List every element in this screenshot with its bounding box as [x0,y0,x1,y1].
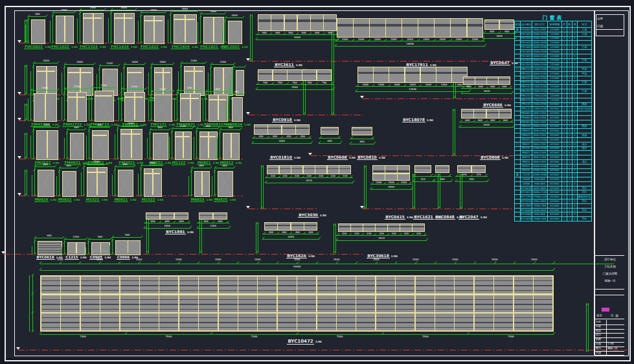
dim-post [588,303,589,352]
schedule-cell [578,49,592,54]
schedule-cell: FM0821 [521,129,532,133]
schedule-cell [578,137,592,142]
louver-cell [297,295,316,312]
dim-line-v [30,91,31,120]
schedule-cell [515,203,521,208]
dim-text: 400 [279,231,289,234]
dim-post [462,174,462,209]
schedule-cell: M0812 [521,155,532,160]
schedule-cell: 2 [572,93,578,98]
schedule-cell [515,102,521,107]
schedule-header-cell: 设计编号 [521,21,532,28]
schedule-cell: 2 [567,89,572,94]
schedule-cell: 2 [562,177,567,182]
louver-cell [41,277,60,293]
schedule-cell: 2 [567,28,572,32]
dim-total [256,40,339,40]
dim-text: 900 [325,32,335,34]
schedule-cell [515,111,521,116]
louver-cell [238,277,257,293]
louver-cell [238,313,257,330]
schedule-cell: 4 [562,71,567,76]
schedule-cell: 1 [567,58,572,63]
dim-text: 1800 [376,84,386,86]
dim-text: 1800 [492,35,507,38]
louver-cell [258,277,277,293]
schedule-cell [578,151,592,155]
louver-grid-elevation [40,275,554,332]
schedule-cell: 1500×2200 [532,168,548,173]
schedule-cell: 乙级 [578,28,592,32]
louver-cell [219,295,238,312]
strip-code-label: BYC16241:50 [262,253,339,258]
title-block-divider [594,255,624,256]
strip-pane [337,19,353,37]
schedule-cell: 12J609 [548,93,562,98]
schedule-cell [515,199,521,204]
schedule-cell: 02J603 [548,195,562,199]
schedule-cell: 1 [567,120,572,124]
dim-line-v [89,96,89,120]
schedule-row: FHC18211800×210012J609224 [515,54,592,58]
dim-text: 2000 [405,38,415,41]
schedule-cell: FMH1021 [521,71,532,76]
schedule-row: BYC179117900×110002J603112颜色同外墙 [515,195,592,199]
schedule-cell: 1500×2400 [532,36,548,41]
strip-code-label: BYC09181:50 [247,117,325,122]
louver-cell [219,277,238,293]
transom-bar [84,17,102,19]
mullion [213,17,214,42]
louver-cell [199,277,218,293]
schedule-cell: 1500×2100 [532,63,548,67]
dim-text: 2000 [372,38,383,41]
strip-pane [499,77,510,84]
schedule-cell: 2 [567,67,572,72]
dim-line-h [117,126,143,126]
schedule-cell: 丙级 [578,124,592,129]
schedule-cell: M0824 [521,159,532,164]
schedule-cell: 800×1200 [532,155,548,160]
dim-post [453,109,453,155]
schedule-cell: 800×2100 [532,129,548,133]
strip-pane [370,19,385,37]
dim-line-v [91,89,92,120]
schedule-cell: 2 [572,168,578,173]
schedule-cell: 02J603 [548,199,562,204]
schedule-cell: 3 [572,36,578,41]
schedule-cell: 2 [567,45,572,50]
strip-pane [304,223,317,230]
title-block-col-line [606,351,607,356]
schedule-cell: 2 [562,54,567,58]
schedule-cell: 1 [562,120,567,124]
dim-text: 1200 [69,236,82,238]
title-block-row-label: 校对 [596,329,606,333]
schedule-cell: 4 [572,89,578,94]
dim-line-h [151,64,173,65]
dim-post [455,109,455,155]
louver-cell [514,313,533,330]
dim-post [27,133,27,159]
schedule-cell: 02J603 [548,181,562,186]
schedule-cell: 2 [567,76,572,80]
dim-text: 12600 [405,88,420,91]
dim-line-h [170,11,198,12]
strip-pane [315,166,326,174]
dim-line-v [138,21,139,43]
title-block-col-line [606,320,607,324]
louver-cell [494,277,513,293]
dim-text: 800 [70,126,83,129]
title-block-info-line: 建施-15 [596,279,624,283]
dim-text: 780 [319,82,330,84]
strip-pane [214,213,227,219]
dim-line-v [148,73,149,95]
schedule-cell [515,76,521,80]
dim-post [25,133,25,159]
dim-line-v [172,130,172,159]
schedule-row: FMH13211300×210012J609112 [515,85,592,89]
mullion [128,241,129,253]
schedule-cell: 成品 [578,142,592,146]
schedule-cell [515,155,521,160]
schedule-cell: 1 [562,85,567,89]
schedule-cell: FM1122 [521,102,532,107]
schedule-cell: 4 [572,28,578,32]
